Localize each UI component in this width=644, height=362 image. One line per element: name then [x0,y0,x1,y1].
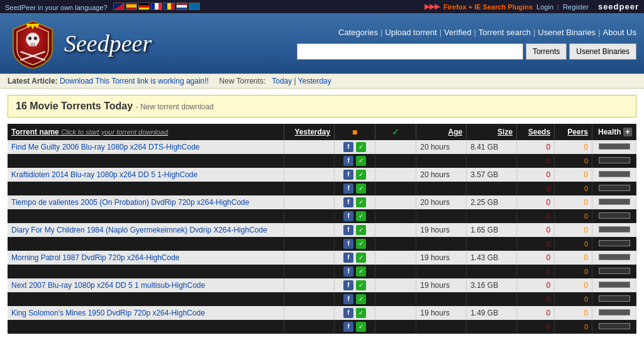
firefox-plugins-link[interactable]: Firefox + IE Search Plugins [443,3,533,11]
sub-health-bar [599,295,630,302]
facebook-icon[interactable]: f [343,225,353,235]
search-input[interactable] [297,43,523,60]
search-bar: Torrents Usenet Binaries [297,43,636,60]
th-age[interactable]: Age [416,124,467,140]
section-title: 16 Movie Torrents Today - New torrent do… [8,95,636,118]
age-cell: 20 hours [416,140,467,154]
table-row: Next 2007 Blu-ray 1080p x264 DD 5 1 mult… [8,278,636,292]
nav-usenet[interactable]: Usenet Binaries [538,28,596,37]
torrent-link[interactable]: King Solomon's Mines 1950 DvdRip 720p x2… [11,309,205,317]
sub-peers-cell: 0 [555,320,592,334]
facebook-icon[interactable]: f [343,308,353,318]
plus-button[interactable]: + [623,128,632,136]
sub-facebook-icon[interactable]: f [343,239,353,249]
th-name[interactable]: Torrent name Click to start your torrent… [8,124,284,140]
sub-peers-cell: 0 [555,265,592,278]
sub-health-bar [599,240,630,246]
table-sub-row: f ✓ 0 0 [8,209,636,223]
empty-cell [375,251,416,265]
sub-empty-cell [375,182,416,195]
table-sub-row: f ✓ 0 0 [8,292,636,306]
facebook-icon[interactable]: f [343,142,353,152]
torrent-link[interactable]: Tiempo de valientes 2005 (On Probation) … [11,198,249,207]
sub-verified-icon: ✓ [356,239,366,249]
torrent-link[interactable]: Next 2007 Blu-ray 1080p x264 DD 5 1 mult… [11,281,205,290]
sub-verified-icon: ✓ [356,211,366,221]
latest-article-link[interactable]: Download This Torrent link is working ag… [60,77,209,85]
flag-de [138,3,150,10]
facebook-icon[interactable]: f [343,197,353,207]
sub-facebook-icon[interactable]: f [343,322,353,332]
torrent-link[interactable]: Kraftidioten 2014 Blu-ray 1080p x264 DD … [11,170,197,179]
sub-peers-cell: 0 [555,209,592,223]
torrent-link[interactable]: Morning Patrol 1987 DvdRip 720p x264-Hig… [11,253,180,262]
topbar: SeedPeer in your own language? ▶▶▶ Firef… [0,0,644,13]
empty-cell [375,306,416,320]
health-cell [592,223,636,237]
nav-upload[interactable]: Upload torrent [385,28,436,37]
age-cell: 20 hours [416,195,467,209]
torrent-link[interactable]: Diary For My Children 1984 (Napló Gyerme… [11,226,267,234]
sub-seeds-cell: 0 [517,320,555,334]
facebook-icon[interactable]: f [343,253,353,263]
logo-area: Seedpeer [8,18,152,69]
nav-about[interactable]: About Us [603,28,636,37]
main-content: 16 Movie Torrents Today - New torrent do… [0,89,644,340]
sub-facebook-icon[interactable]: f [343,266,353,277]
sub-health-bar [599,323,630,329]
sub-size-cell [467,182,517,195]
sub-facebook-icon[interactable]: f [343,184,353,194]
yesterday-link[interactable]: Yesterday [298,77,331,85]
sub-yesterday-cell [284,292,335,306]
nav-torrent-search[interactable]: Torrent search [479,28,531,37]
th-size[interactable]: Size [467,124,517,140]
size-cell: 3.16 GB [467,278,517,292]
empty-cell [375,223,416,237]
sub-age-cell [416,182,467,195]
search-torrents-button[interactable]: Torrents [526,43,567,60]
sub-empty-cell [375,237,416,251]
sub-verified-icon: ✓ [356,156,366,166]
flags [113,3,200,10]
language-link[interactable]: SeedPeer in your own language? [5,4,108,11]
login-link[interactable]: Login [536,3,553,11]
th-peers[interactable]: Peers [555,124,592,140]
empty-cell [375,168,416,182]
sub-empty-cell [375,209,416,223]
flag-fr [151,3,162,10]
facebook-icon[interactable]: f [343,170,353,180]
torrent-name-cell: Tiempo de valientes 2005 (On Probation) … [8,195,284,209]
table-sub-row: f ✓ 0 0 [8,237,636,251]
nav-categories[interactable]: Categories [338,28,378,37]
topbar-right: ▶▶▶ Firefox + IE Search Plugins Login | … [425,2,639,11]
new-torrents-label: New Torrents: [219,77,266,85]
sub-facebook-icon[interactable]: f [343,156,353,166]
logo-shield [8,18,58,69]
th-yesterday[interactable]: Yesterday [284,124,335,140]
size-cell: 8.41 GB [467,140,517,154]
sub-peers-cell: 0 [555,154,592,168]
age-cell: 19 hours [416,278,467,292]
sub-age-cell [416,154,467,168]
torrent-name-cell: Diary For My Children 1984 (Napló Gyerme… [8,223,284,237]
torrent-name-cell: King Solomon's Mines 1950 DvdRip 720p x2… [8,306,284,320]
peers-cell: 0 [555,168,592,182]
sub-empty-cell [375,292,416,306]
sub-health-cell [592,265,636,278]
verified-icon: ✓ [356,197,366,207]
sub-size-cell [467,265,517,278]
th-seeds[interactable]: Seeds [517,124,555,140]
torrent-link[interactable]: Find Me Guilty 2006 Blu-ray 1080p x264 D… [11,143,199,151]
today-link[interactable]: Today [272,77,292,85]
sub-yesterday-cell [284,154,335,168]
table-sub-row: f ✓ 0 0 [8,154,636,168]
sub-name-cell [8,209,284,223]
sub-health-cell [592,320,636,334]
register-link[interactable]: Register [563,3,589,11]
sub-facebook-icon[interactable]: f [343,294,353,304]
seeds-cell: 0 [517,306,555,320]
nav-verified[interactable]: Verified [444,28,471,37]
sub-facebook-icon[interactable]: f [343,211,353,221]
facebook-icon[interactable]: f [343,280,353,290]
search-usenet-button[interactable]: Usenet Binaries [569,43,636,60]
